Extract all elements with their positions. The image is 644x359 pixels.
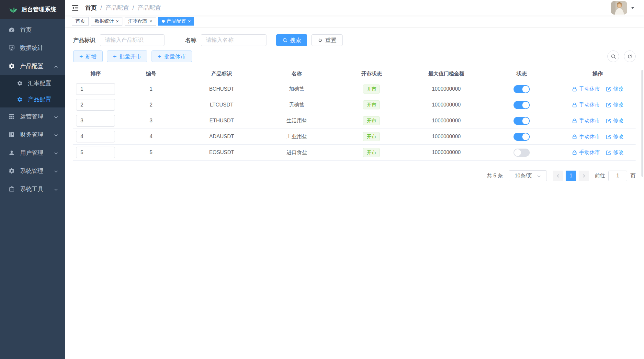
code-cell: 1 bbox=[118, 81, 184, 97]
sidebar-item-rate-config[interactable]: 汇率配置 bbox=[0, 75, 65, 91]
sidebar-item-system[interactable]: 系统管理 bbox=[0, 162, 65, 180]
name-cell: 加碘盐 bbox=[259, 81, 334, 97]
max-threshold-cell: 1000000000 bbox=[409, 81, 484, 97]
goto-page-input[interactable] bbox=[608, 171, 627, 181]
chevron-right-icon bbox=[582, 174, 586, 178]
sort-input[interactable] bbox=[76, 147, 115, 158]
breadcrumb-home[interactable]: 首页 bbox=[85, 4, 97, 12]
breadcrumb: 首页 / 产品配置 / 产品配置 bbox=[85, 4, 161, 12]
batch-open-market-button[interactable]: + 批量开市 bbox=[107, 50, 147, 62]
manual-close-market-link[interactable]: 手动休市 bbox=[572, 149, 600, 156]
batch-close-market-button[interactable]: + 批量休市 bbox=[152, 50, 192, 62]
edit-icon bbox=[606, 150, 611, 155]
status-toggle[interactable] bbox=[514, 149, 530, 157]
chevron-down-icon[interactable] bbox=[630, 6, 635, 10]
breadcrumb-level1: 产品配置 bbox=[106, 4, 129, 12]
tab-product-config[interactable]: 产品配置 × bbox=[158, 17, 195, 26]
sort-input[interactable] bbox=[76, 83, 115, 95]
search-button[interactable]: 搜索 bbox=[276, 34, 307, 46]
toggle-search-button[interactable] bbox=[607, 50, 619, 62]
name-cell: 进口食盐 bbox=[259, 145, 334, 161]
table-row: 3 ETHUSDT 生活用盐 开市 1000000000 手动休市 修改 bbox=[73, 113, 636, 129]
sort-input[interactable] bbox=[76, 115, 115, 127]
app-logo[interactable]: 后台管理系统 bbox=[0, 0, 65, 19]
sidebar-item-product-config[interactable]: 产品配置 bbox=[0, 57, 65, 75]
edit-link[interactable]: 修改 bbox=[606, 118, 624, 124]
gear-icon bbox=[8, 168, 15, 174]
sidebar-fold-icon[interactable] bbox=[71, 4, 79, 12]
column-header-symbol: 产品标识 bbox=[184, 67, 259, 81]
add-button[interactable]: + 新增 bbox=[73, 50, 103, 62]
breadcrumb-separator: / bbox=[100, 5, 102, 11]
tab-home[interactable]: 首页 bbox=[72, 17, 89, 26]
sort-input[interactable] bbox=[76, 99, 115, 111]
chevron-down-icon bbox=[54, 151, 58, 155]
product-id-input[interactable] bbox=[100, 34, 164, 46]
market-status-badge: 开市 bbox=[363, 148, 380, 157]
max-threshold-cell: 1000000000 bbox=[409, 113, 484, 129]
tab-label: 产品配置 bbox=[167, 18, 186, 24]
manual-close-market-link[interactable]: 手动休市 bbox=[572, 86, 600, 93]
reset-button[interactable]: 重置 bbox=[311, 34, 343, 46]
table-row: 2 LTCUSDT 无碘盐 开市 1000000000 手动休市 修改 bbox=[73, 97, 636, 113]
close-icon[interactable]: × bbox=[116, 19, 119, 24]
tab-rate-config[interactable]: 汇率配置 × bbox=[125, 17, 156, 26]
sidebar-item-users[interactable]: 用户管理 bbox=[0, 144, 65, 162]
scrollbar-thumb[interactable] bbox=[641, 70, 643, 177]
max-threshold-cell: 1000000000 bbox=[409, 129, 484, 145]
edit-link[interactable]: 修改 bbox=[606, 133, 624, 140]
chevron-up-icon bbox=[54, 64, 58, 68]
app-title: 后台管理系统 bbox=[21, 6, 56, 13]
sidebar-item-finance[interactable]: 财务管理 bbox=[0, 126, 65, 144]
manual-close-market-link[interactable]: 手动休市 bbox=[572, 133, 600, 140]
name-cell: 无碘盐 bbox=[259, 97, 334, 113]
tab-statistics[interactable]: 数据统计 × bbox=[91, 17, 122, 26]
next-page-button[interactable] bbox=[579, 171, 589, 181]
edit-link[interactable]: 修改 bbox=[606, 102, 624, 108]
name-input[interactable] bbox=[201, 34, 266, 46]
sidebar-item-label: 用户管理 bbox=[20, 149, 43, 157]
sidebar: 后台管理系统 首页 数据统计 产品配置 bbox=[0, 0, 65, 359]
edit-link[interactable]: 修改 bbox=[606, 86, 624, 93]
page-number-button[interactable]: 1 bbox=[566, 171, 576, 181]
edit-link[interactable]: 修改 bbox=[606, 149, 624, 156]
sidebar-item-statistics[interactable]: 数据统计 bbox=[0, 39, 65, 57]
page-unit-label: 页 bbox=[630, 173, 636, 179]
column-header-name: 名称 bbox=[259, 67, 334, 81]
breadcrumb-level2: 产品配置 bbox=[138, 4, 161, 12]
sidebar-item-home[interactable]: 首页 bbox=[0, 21, 65, 39]
column-header-max-threshold: 最大值门槛金额 bbox=[409, 67, 484, 81]
close-icon[interactable]: × bbox=[150, 19, 153, 24]
name-cell: 生活用盐 bbox=[259, 113, 334, 129]
sidebar-item-label: 产品配置 bbox=[20, 62, 43, 70]
product-id-label: 产品标识 bbox=[73, 37, 95, 44]
market-status-badge: 开市 bbox=[363, 116, 380, 125]
user-avatar[interactable] bbox=[611, 1, 627, 15]
name-cell: 工业用盐 bbox=[259, 129, 334, 145]
table-toolbar: + 新增 + 批量开市 + 批量休市 bbox=[73, 50, 636, 62]
chevron-down-icon bbox=[537, 174, 541, 178]
manual-close-market-link[interactable]: 手动休市 bbox=[572, 102, 600, 108]
tab-label: 首页 bbox=[75, 18, 85, 24]
prev-page-button[interactable] bbox=[553, 171, 563, 181]
sidebar-item-tools[interactable]: 系统工具 bbox=[0, 180, 65, 198]
refresh-table-button[interactable] bbox=[624, 50, 636, 62]
page-size-select[interactable]: 10条/页 bbox=[509, 170, 547, 181]
refresh-icon bbox=[627, 54, 633, 59]
sidebar-item-product-config-sub[interactable]: 产品配置 bbox=[0, 91, 65, 107]
plus-icon: + bbox=[158, 53, 161, 60]
edit-icon bbox=[606, 134, 611, 140]
goto-label: 前往 bbox=[595, 173, 605, 179]
status-toggle[interactable] bbox=[514, 101, 530, 109]
sidebar-item-operations[interactable]: 运营管理 bbox=[0, 107, 65, 126]
close-icon[interactable]: × bbox=[188, 19, 191, 24]
sidebar-item-label: 产品配置 bbox=[28, 95, 51, 103]
status-toggle[interactable] bbox=[514, 117, 530, 125]
column-header-actions: 操作 bbox=[559, 67, 636, 81]
ledger-icon bbox=[8, 131, 15, 138]
status-toggle[interactable] bbox=[514, 133, 530, 141]
navbar-right bbox=[611, 1, 638, 15]
sort-input[interactable] bbox=[76, 131, 115, 142]
manual-close-market-link[interactable]: 手动休市 bbox=[572, 118, 600, 124]
status-toggle[interactable] bbox=[514, 85, 530, 93]
